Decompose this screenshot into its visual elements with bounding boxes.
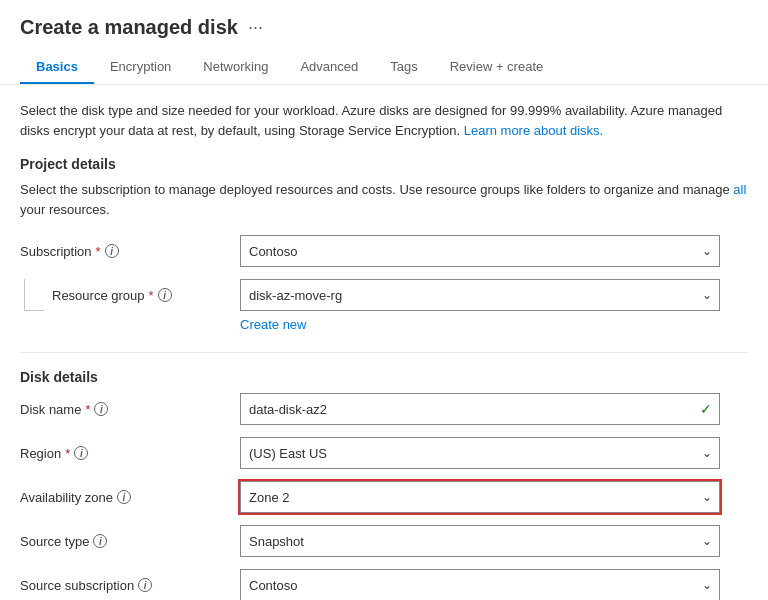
- disk-name-control: data-disk-az2 ✓: [240, 393, 720, 425]
- source-subscription-row: Source subscription i Contoso ⌄: [20, 569, 748, 600]
- source-subscription-select-wrapper: Contoso ⌄: [240, 569, 720, 600]
- subscription-control: Contoso ⌄: [240, 235, 720, 267]
- source-type-label: Source type i: [20, 534, 240, 549]
- disk-name-info-icon[interactable]: i: [94, 402, 108, 416]
- tab-networking[interactable]: Networking: [187, 51, 284, 84]
- disk-name-check-icon: ✓: [700, 401, 712, 417]
- resource-group-required: *: [149, 288, 154, 303]
- project-details-title: Project details: [20, 156, 748, 172]
- resource-group-info-icon[interactable]: i: [158, 288, 172, 302]
- subscription-required: *: [96, 244, 101, 259]
- disk-details-section: Disk details Disk name * i data-disk-az2…: [20, 369, 748, 600]
- create-new-link[interactable]: Create new: [240, 317, 748, 332]
- source-type-select[interactable]: Snapshot: [240, 525, 720, 557]
- resource-group-control: disk-az-move-rg ⌄: [240, 279, 720, 311]
- subscription-select-wrapper: Contoso ⌄: [240, 235, 720, 267]
- availability-zone-control: Zone 2 ⌄: [240, 481, 720, 513]
- main-content: Select the disk type and size needed for…: [0, 85, 768, 600]
- region-info-icon[interactable]: i: [74, 446, 88, 460]
- divider: [20, 352, 748, 353]
- tab-tags[interactable]: Tags: [374, 51, 433, 84]
- source-subscription-select[interactable]: Contoso: [240, 569, 720, 600]
- region-select-wrapper: (US) East US ⌄: [240, 437, 720, 469]
- source-subscription-info-icon[interactable]: i: [138, 578, 152, 592]
- region-label: Region * i: [20, 446, 240, 461]
- tab-basics[interactable]: Basics: [20, 51, 94, 84]
- availability-zone-info-icon[interactable]: i: [117, 490, 131, 504]
- source-subscription-control: Contoso ⌄: [240, 569, 720, 600]
- page-title: Create a managed disk: [20, 16, 238, 39]
- project-details-desc: Select the subscription to manage deploy…: [20, 180, 748, 219]
- disk-name-input-wrapper: data-disk-az2 ✓: [240, 393, 720, 425]
- source-type-info-icon[interactable]: i: [93, 534, 107, 548]
- subscription-info-icon[interactable]: i: [105, 244, 119, 258]
- source-subscription-label: Source subscription i: [20, 578, 240, 593]
- disk-name-row: Disk name * i data-disk-az2 ✓: [20, 393, 748, 425]
- tab-review-create[interactable]: Review + create: [434, 51, 560, 84]
- subscription-row: Subscription * i Contoso ⌄: [20, 235, 748, 267]
- availability-zone-select-wrapper: Zone 2 ⌄: [240, 481, 720, 513]
- disk-name-select[interactable]: data-disk-az2: [240, 393, 720, 425]
- source-type-row: Source type i Snapshot ⌄: [20, 525, 748, 557]
- region-select[interactable]: (US) East US: [240, 437, 720, 469]
- disk-name-label: Disk name * i: [20, 402, 240, 417]
- source-type-select-wrapper: Snapshot ⌄: [240, 525, 720, 557]
- page-header: Create a managed disk ··· Basics Encrypt…: [0, 0, 768, 85]
- all-link[interactable]: all: [733, 182, 746, 197]
- intro-description: Select the disk type and size needed for…: [20, 101, 748, 140]
- indent-line: [24, 279, 44, 311]
- ellipsis-menu[interactable]: ···: [248, 17, 263, 38]
- availability-zone-select[interactable]: Zone 2: [240, 481, 720, 513]
- source-type-control: Snapshot ⌄: [240, 525, 720, 557]
- resource-group-label: Resource group * i: [52, 288, 172, 303]
- availability-zone-label: Availability zone i: [20, 490, 240, 505]
- region-row: Region * i (US) East US ⌄: [20, 437, 748, 469]
- resource-group-select-wrapper: disk-az-move-rg ⌄: [240, 279, 720, 311]
- tab-encryption[interactable]: Encryption: [94, 51, 187, 84]
- tab-advanced[interactable]: Advanced: [284, 51, 374, 84]
- resource-group-select[interactable]: disk-az-move-rg: [240, 279, 720, 311]
- region-required: *: [65, 446, 70, 461]
- subscription-label: Subscription * i: [20, 244, 240, 259]
- project-details-section: Project details Select the subscription …: [20, 156, 748, 332]
- resource-group-row: Resource group * i disk-az-move-rg ⌄: [20, 279, 748, 311]
- disk-details-title: Disk details: [20, 369, 748, 385]
- subscription-select[interactable]: Contoso: [240, 235, 720, 267]
- region-control: (US) East US ⌄: [240, 437, 720, 469]
- nav-tabs: Basics Encryption Networking Advanced Ta…: [20, 51, 748, 84]
- learn-more-link[interactable]: Learn more about disks.: [464, 123, 603, 138]
- availability-zone-row: Availability zone i Zone 2 ⌄: [20, 481, 748, 513]
- disk-name-required: *: [85, 402, 90, 417]
